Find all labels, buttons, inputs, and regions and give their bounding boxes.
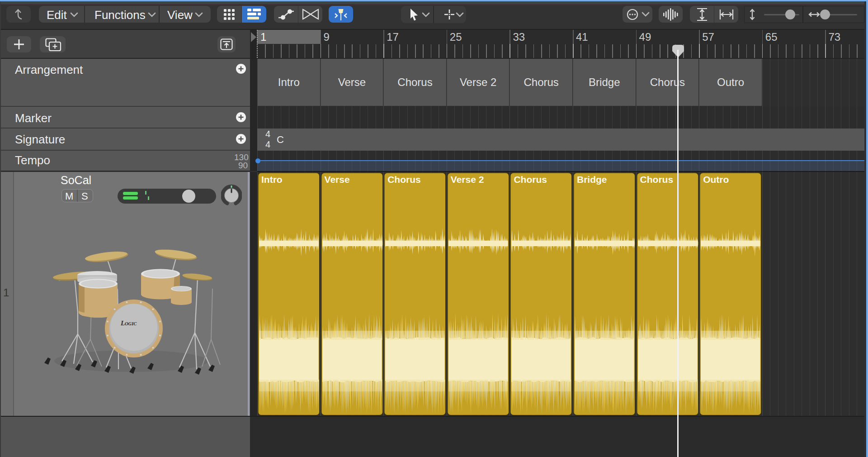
svg-text:L: L <box>120 319 125 327</box>
svg-text:OGIC: OGIC <box>125 321 137 326</box>
